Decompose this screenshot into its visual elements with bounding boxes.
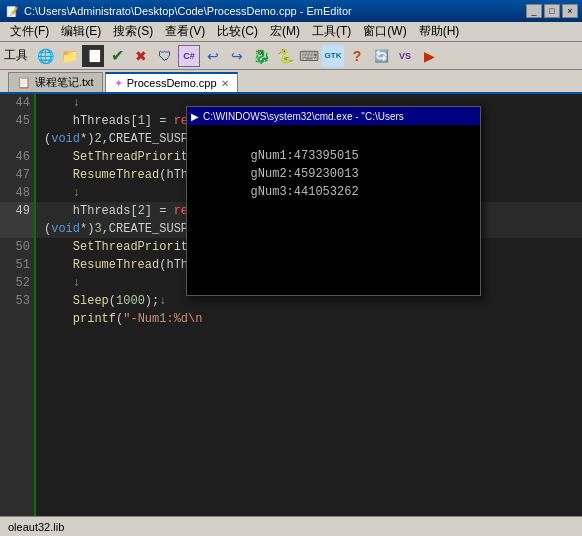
cmd-output-1-text: gNum1:473395015 [251, 149, 359, 163]
cmd-icon: ▶ [191, 111, 199, 122]
line-num-49b [0, 220, 34, 238]
toolbar-internet-button[interactable]: 🌐 [34, 45, 56, 67]
status-text: oleaut32.lib [8, 521, 64, 533]
toolbar-python-button[interactable]: 🐍 [274, 45, 296, 67]
toolbar-play-button[interactable]: ▶ [418, 45, 440, 67]
toolbar-vs-button[interactable]: VS [394, 45, 416, 67]
tab-notes-icon: 📋 [17, 76, 31, 89]
cmd-title-text: C:\WINDOWS\system32\cmd.exe - "C:\Users [203, 111, 404, 122]
toolbar-label: 工具 [4, 47, 28, 64]
cmd-window[interactable]: ▶ C:\WINDOWS\system32\cmd.exe - "C:\User… [186, 106, 481, 296]
menu-bar: 文件(F) 编辑(E) 搜索(S) 查看(V) 比较(C) 宏(M) 工具(T)… [0, 22, 582, 42]
line-num-49: 49 [0, 202, 34, 220]
toolbar-check-button[interactable]: ✔ [106, 45, 128, 67]
cmd-output-1: gNum1:473395015 [193, 129, 474, 147]
code-line-53b: printf("-Num1:%d\n [36, 310, 582, 328]
window-title: C:\Users\Administrato\Desktop\Code\Proce… [24, 5, 526, 17]
menu-edit[interactable]: 编辑(E) [55, 22, 107, 41]
toolbar-gtk-button[interactable]: GTK [322, 45, 344, 67]
toolbar-terminal-button[interactable]: ▐█ [82, 45, 104, 67]
maximize-button[interactable]: □ [544, 4, 560, 18]
tab-processdemo-icon: ✦ [114, 77, 123, 90]
tab-bar: 📋 课程笔记.txt ✦ ProcessDemo.cpp ✕ [0, 70, 582, 94]
line-num-53: 53 [0, 292, 34, 310]
tab-processdemo[interactable]: ✦ ProcessDemo.cpp ✕ [105, 72, 238, 92]
line-num-51: 51 [0, 256, 34, 274]
toolbar-csharp-button[interactable]: C# [178, 45, 200, 67]
app-icon: 📝 [4, 3, 20, 19]
tab-notes[interactable]: 📋 课程笔记.txt [8, 72, 103, 92]
toolbar-help-button[interactable]: ? [346, 45, 368, 67]
toolbar-code-button[interactable]: ⌨ [298, 45, 320, 67]
toolbar-shield-button[interactable]: 🛡 [154, 45, 176, 67]
minimize-button[interactable]: _ [526, 4, 542, 18]
menu-macro[interactable]: 宏(M) [264, 22, 306, 41]
menu-help[interactable]: 帮助(H) [413, 22, 466, 41]
cmd-title-bar: ▶ C:\WINDOWS\system32\cmd.exe - "C:\User… [187, 107, 480, 125]
line-num-48: 48 [0, 184, 34, 202]
menu-tools[interactable]: 工具(T) [306, 22, 357, 41]
line-numbers: 44 45 46 47 48 49 50 51 52 53 [0, 94, 36, 516]
tab-processdemo-close[interactable]: ✕ [221, 78, 229, 89]
tab-processdemo-label: ProcessDemo.cpp [127, 77, 217, 89]
toolbar-folder-button[interactable]: 📁 [58, 45, 80, 67]
line-num-46: 46 [0, 148, 34, 166]
toolbar-stop-button[interactable]: ✖ [130, 45, 152, 67]
line-num-45b [0, 130, 34, 148]
close-button[interactable]: × [562, 4, 578, 18]
menu-file[interactable]: 文件(F) [4, 22, 55, 41]
status-bar: oleaut32.lib [0, 516, 582, 536]
menu-window[interactable]: 窗口(W) [357, 22, 412, 41]
cmd-body: gNum1:473395015 gNum2:459230013 gNum3:44… [187, 125, 480, 295]
cmd-output-3-text: gNum3:441053262 [251, 185, 359, 199]
editor-area: 44 45 46 47 48 49 50 51 52 53 ↓ hThreads… [0, 94, 582, 516]
line-num-44: 44 [0, 94, 34, 112]
line-num-47: 47 [0, 166, 34, 184]
tab-notes-label: 课程笔记.txt [35, 75, 94, 90]
toolbar-back-button[interactable]: ↩ [202, 45, 224, 67]
menu-compare[interactable]: 比较(C) [211, 22, 264, 41]
toolbar-cycle-button[interactable]: 🔄 [370, 45, 392, 67]
title-bar: 📝 C:\Users\Administrato\Desktop\Code\Pro… [0, 0, 582, 22]
line-num-45: 45 [0, 112, 34, 130]
menu-view[interactable]: 查看(V) [159, 22, 211, 41]
toolbar-refresh-button[interactable]: ↪ [226, 45, 248, 67]
toolbar: 工具 🌐 📁 ▐█ ✔ ✖ 🛡 C# ↩ ↪ 🐉 🐍 ⌨ GTK ? 🔄 VS … [0, 42, 582, 70]
cmd-output-2-text: gNum2:459230013 [251, 167, 359, 181]
menu-search[interactable]: 搜索(S) [107, 22, 159, 41]
line-num-53b [0, 310, 34, 328]
window-controls: _ □ × [526, 4, 578, 18]
toolbar-run-button[interactable]: 🐉 [250, 45, 272, 67]
line-num-50: 50 [0, 238, 34, 256]
line-num-52: 52 [0, 274, 34, 292]
